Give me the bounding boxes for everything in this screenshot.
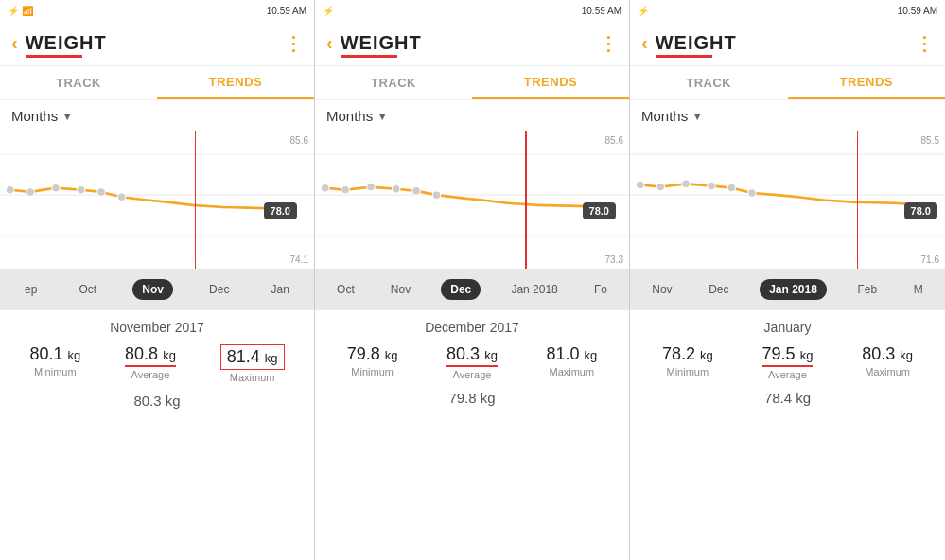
- tabs-2: TRACK TRENDS: [315, 66, 629, 100]
- svg-point-21: [636, 181, 644, 189]
- month-oct-2[interactable]: Oct: [331, 279, 360, 300]
- menu-dots-2[interactable]: ⋮: [599, 32, 618, 55]
- app-title-2: WEIGHT: [341, 32, 599, 54]
- month-jan2018-active[interactable]: Jan 2018: [760, 279, 827, 300]
- timeline-3: Nov Dec Jan 2018 Feb M: [630, 269, 945, 310]
- stat-max-label-3: Maximum: [865, 366, 910, 377]
- svg-point-8: [117, 193, 126, 201]
- stat-min-label-2: Minimum: [351, 366, 394, 377]
- month-jan-1[interactable]: Jan: [266, 279, 295, 300]
- chart-tooltip-3: 78.0: [904, 202, 937, 219]
- stat-avg-value-3: 79.5 kg: [762, 344, 814, 367]
- svg-point-7: [97, 188, 106, 197]
- menu-dots-1[interactable]: ⋮: [284, 32, 303, 55]
- month-m-3[interactable]: M: [908, 279, 929, 300]
- stat-avg-label-2: Average: [453, 369, 492, 380]
- time-1: 10:59 AM: [267, 6, 306, 16]
- stats-row-1: 80.1 kg Minimum 80.8 kg Average 81.4 kg …: [0, 341, 314, 387]
- time-2: 10:59 AM: [582, 6, 621, 16]
- bottom-value-2: 79.8 kg: [315, 384, 629, 410]
- months-selector-3[interactable]: Months ▼: [630, 100, 945, 131]
- red-line-1: [195, 131, 197, 269]
- svg-point-14: [367, 183, 376, 191]
- stat-maximum-3: 80.3 kg Maximum: [862, 344, 913, 380]
- month-dec-3[interactable]: Dec: [703, 279, 734, 300]
- stat-avg-value-2: 80.3 kg: [446, 344, 498, 367]
- bluetooth-icon: ⚡: [8, 6, 19, 16]
- stat-min-label-3: Minimum: [667, 366, 709, 377]
- month-nov-active[interactable]: Nov: [132, 279, 173, 300]
- timeline-2: Oct Nov Dec Jan 2018 Fo: [315, 269, 629, 310]
- chart-svg-3: [630, 131, 945, 269]
- panel-december: ⚡ 10:59 AM ‹ WEIGHT ⋮ TRACK TRENDS Month…: [315, 0, 630, 560]
- bottom-value-3: 78.4 kg: [630, 384, 945, 410]
- month-dec-active[interactable]: Dec: [441, 279, 481, 300]
- svg-point-15: [392, 184, 400, 193]
- tab-track-1[interactable]: TRACK: [0, 66, 157, 99]
- month-feb-3[interactable]: Feb: [851, 279, 883, 300]
- dropdown-arrow-2: ▼: [376, 110, 388, 123]
- svg-point-12: [321, 184, 329, 192]
- tab-track-2[interactable]: TRACK: [315, 66, 472, 99]
- month-dec-1[interactable]: Dec: [203, 279, 235, 300]
- stat-average-3: 79.5 kg Average: [762, 344, 814, 380]
- stat-avg-label-1: Average: [131, 369, 170, 380]
- menu-dots-3[interactable]: ⋮: [915, 32, 934, 55]
- month-jan2018-2[interactable]: Jan 2018: [505, 279, 563, 300]
- chart-tooltip-2: 78.0: [583, 202, 616, 219]
- stat-min-label-1: Minimum: [34, 366, 77, 377]
- svg-point-3: [6, 186, 14, 195]
- app-title-1: WEIGHT: [26, 32, 284, 54]
- stat-max-value-3: 80.3 kg: [862, 344, 913, 364]
- bluetooth-icon-2: ⚡: [323, 6, 334, 16]
- chart-tooltip-1: 78.0: [264, 202, 297, 219]
- stat-max-value-1: 81.4 kg: [220, 344, 285, 370]
- app-header-2: ‹ WEIGHT ⋮: [315, 21, 629, 66]
- time-3: 10:59 AM: [898, 6, 937, 16]
- stat-min-value-2: 79.8 kg: [347, 344, 398, 364]
- chart-svg-1: [0, 131, 314, 269]
- back-arrow-1[interactable]: ‹: [11, 32, 18, 54]
- stat-max-value-2: 81.0 kg: [546, 344, 597, 364]
- stat-minimum-2: 79.8 kg Minimum: [347, 344, 398, 380]
- month-fo-2[interactable]: Fo: [588, 279, 613, 300]
- month-nov-2[interactable]: Nov: [385, 279, 416, 300]
- status-bar-1: ⚡ 📶 10:59 AM: [0, 0, 314, 21]
- tab-track-3[interactable]: TRACK: [630, 66, 788, 99]
- panel-november: ⚡ 📶 10:59 AM ‹ WEIGHT ⋮ TRACK TRENDS Mon…: [0, 0, 315, 560]
- chart-svg-2: [315, 131, 629, 269]
- bottom-value-1: 80.3 kg: [0, 387, 314, 412]
- tab-trends-2[interactable]: TRENDS: [472, 66, 629, 99]
- month-oct-1[interactable]: Oct: [74, 279, 103, 300]
- status-bar-3: ⚡ 10:59 AM: [630, 0, 945, 21]
- svg-point-25: [727, 184, 736, 192]
- stats-row-2: 79.8 kg Minimum 80.3 kg Average 81.0 kg …: [315, 341, 629, 384]
- months-selector-1[interactable]: Months ▼: [0, 100, 314, 131]
- stats-row-3: 78.2 kg Minimum 79.5 kg Average 80.3 kg …: [630, 341, 945, 384]
- y-label-bottom-2: 73.3: [605, 254, 623, 265]
- month-ep[interactable]: ep: [19, 279, 43, 300]
- svg-point-22: [656, 183, 665, 191]
- svg-point-6: [77, 186, 85, 195]
- period-label-2: Months: [326, 108, 373, 124]
- status-bar-2: ⚡ 10:59 AM: [315, 0, 629, 21]
- stats-header-2: December 2017: [315, 310, 629, 341]
- status-right-1: 10:59 AM: [267, 6, 306, 16]
- back-arrow-2[interactable]: ‹: [326, 32, 333, 54]
- month-nov-3[interactable]: Nov: [646, 279, 677, 300]
- back-arrow-3[interactable]: ‹: [641, 32, 648, 54]
- stat-max-label-2: Maximum: [549, 366, 594, 377]
- y-label-top-1: 85.6: [290, 135, 308, 146]
- app-header-3: ‹ WEIGHT ⋮: [630, 21, 945, 66]
- tab-trends-1[interactable]: TRENDS: [157, 66, 314, 99]
- y-label-bottom-1: 74.1: [290, 254, 308, 265]
- y-label-top-3: 85.5: [921, 135, 939, 146]
- tab-trends-3[interactable]: TRENDS: [788, 66, 946, 99]
- months-selector-2[interactable]: Months ▼: [315, 100, 629, 131]
- svg-point-17: [432, 191, 441, 200]
- stat-minimum-3: 78.2 kg Minimum: [662, 344, 713, 380]
- stat-max-label-1: Maximum: [230, 372, 275, 383]
- red-line-3: [857, 131, 859, 269]
- signal-icon: 📶: [22, 6, 33, 16]
- timeline-1: ep Oct Nov Dec Jan: [0, 269, 314, 310]
